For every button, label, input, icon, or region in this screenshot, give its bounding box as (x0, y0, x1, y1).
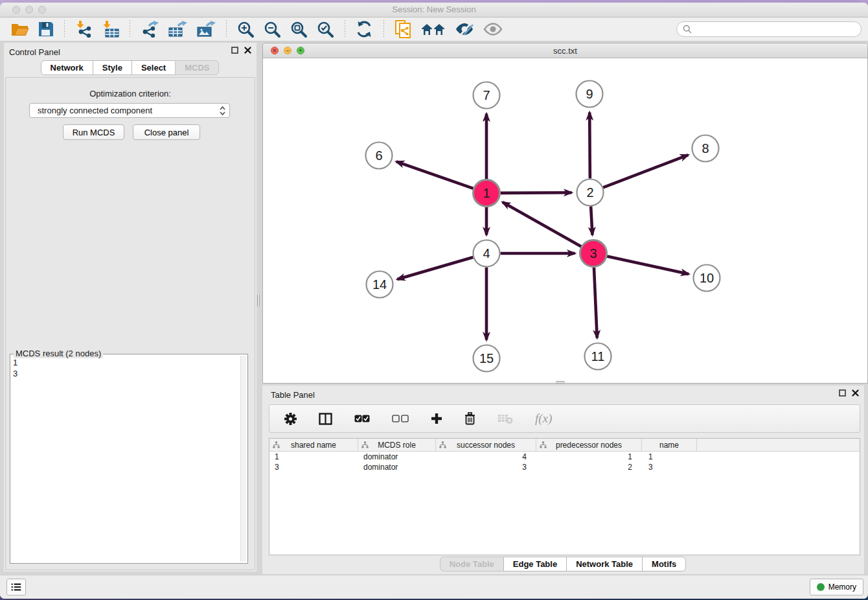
toggle-visibility-button[interactable] (481, 21, 505, 37)
node-table: shared nameMCDS rolesuccessor nodesprede… (269, 438, 860, 555)
table-cell[interactable]: 1 (536, 452, 642, 461)
select-all-icon (354, 415, 370, 422)
import-table-button[interactable] (100, 19, 121, 39)
delete-table-button[interactable] (496, 412, 515, 426)
zoom-in-icon (237, 21, 255, 38)
graph-edge-2-8[interactable] (603, 155, 688, 187)
export-image-button[interactable] (194, 19, 218, 39)
result-scrollbar[interactable] (240, 356, 246, 562)
column-header-successor-nodes[interactable]: successor nodes (436, 439, 536, 451)
tab-edge-table[interactable]: Edge Table (503, 557, 567, 571)
import-network-button[interactable] (73, 19, 95, 39)
column-header-name[interactable]: name (642, 439, 697, 451)
graph-edge-1-6[interactable] (396, 161, 474, 189)
table-cell[interactable]: 1 (269, 452, 358, 461)
table-row[interactable]: 1dominator411 (269, 452, 860, 462)
table-row[interactable]: 3dominator323 (269, 462, 860, 472)
graph-node-label: 8 (702, 141, 709, 156)
delete-column-button[interactable] (463, 411, 477, 426)
table-cell[interactable]: 2 (536, 463, 642, 472)
tree-column-icon (439, 441, 446, 448)
float-panel-icon[interactable] (231, 47, 238, 54)
network-window-titlebar[interactable]: × – + scc.txt (263, 43, 867, 58)
network-splitter-handle[interactable] (556, 381, 565, 384)
open-file-button[interactable] (9, 21, 31, 38)
criterion-select[interactable]: strongly connected component (29, 103, 230, 118)
trash-icon (464, 412, 475, 425)
table-panel-title: Table Panel (271, 390, 315, 400)
float-panel-icon[interactable] (839, 389, 846, 397)
memory-button[interactable]: Memory (810, 579, 863, 595)
zoom-fit-button[interactable] (288, 19, 310, 40)
table-cell[interactable]: 4 (436, 452, 536, 461)
table-header: shared nameMCDS rolesuccessor nodesprede… (269, 439, 860, 452)
tab-select[interactable]: Select (131, 60, 176, 75)
column-header-MCDS-role[interactable]: MCDS role (358, 439, 436, 451)
save-session-button[interactable] (36, 20, 56, 38)
add-column-button[interactable] (429, 411, 444, 426)
tab-network[interactable]: Network (41, 60, 93, 75)
content-area: Control Panel NetworkStyleSelectMCDS Opt… (0, 41, 868, 575)
mcds-result-line: 1 (13, 357, 240, 368)
table-settings-button[interactable] (282, 411, 299, 426)
select-all-button[interactable] (352, 413, 372, 424)
network-graph: 7968124314101511 (263, 58, 867, 383)
control-panel-tabs: NetworkStyleSelectMCDS (4, 60, 257, 75)
function-builder-button[interactable]: f(x) (533, 410, 554, 427)
column-header-predecessor-nodes[interactable]: predecessor nodes (536, 439, 642, 451)
graph-edge-2-9[interactable] (589, 112, 590, 178)
close-panel-icon[interactable] (852, 389, 859, 397)
tree-column-icon (361, 441, 369, 448)
column-header-shared-name[interactable]: shared name (269, 439, 358, 451)
export-table-button[interactable] (166, 19, 189, 39)
graph-edge-3-11[interactable] (594, 267, 597, 338)
window-title: Session: New Session (0, 5, 868, 14)
export-network-button[interactable] (139, 19, 161, 39)
panel-splitter-handle[interactable] (257, 295, 260, 306)
close-panel-icon[interactable] (244, 47, 251, 54)
show-columns-button[interactable] (317, 411, 334, 426)
graph-edge-4-14[interactable] (397, 257, 473, 279)
tab-style[interactable]: Style (93, 60, 132, 75)
zoom-in-button[interactable] (235, 19, 257, 40)
table-cell[interactable]: dominator (358, 463, 436, 472)
toggle-style-button[interactable] (453, 21, 476, 38)
graph-edge-1-2[interactable] (500, 192, 571, 193)
clone-network-button[interactable] (393, 19, 414, 40)
task-history-button[interactable] (6, 579, 26, 595)
mcds-result-line: 3 (13, 368, 240, 379)
network-canvas[interactable]: 7968124314101511 (263, 58, 867, 383)
zoom-selected-icon (317, 21, 334, 38)
table-cell[interactable]: 3 (642, 463, 697, 472)
control-panel: Control Panel NetworkStyleSelectMCDS Opt… (4, 43, 257, 571)
tab-node-table[interactable]: Node Table (440, 557, 504, 571)
zoom-fit-icon (290, 21, 308, 38)
first-neighbors-button[interactable] (419, 21, 448, 38)
mcds-result-list: 13 (13, 357, 240, 562)
main-toolbar (0, 17, 868, 41)
table-cell[interactable]: 1 (642, 452, 697, 461)
graph-node-label: 6 (375, 148, 382, 163)
save-icon (38, 21, 54, 37)
import-table-icon (102, 21, 119, 38)
refresh-button[interactable] (354, 19, 375, 39)
deselect-all-button[interactable] (390, 413, 411, 424)
zoom-selected-button[interactable] (315, 19, 336, 40)
close-panel-button[interactable]: Close panel (133, 124, 200, 140)
graph-edge-3-10[interactable] (607, 257, 689, 274)
tab-network-table[interactable]: Network Table (566, 557, 643, 571)
graph-edge-3-1[interactable] (503, 202, 581, 246)
search-box (676, 21, 862, 37)
tab-motifs[interactable]: Motifs (642, 557, 686, 571)
search-input[interactable] (695, 24, 855, 35)
export-table-icon (168, 21, 187, 38)
run-mcds-button[interactable]: Run MCDS (63, 124, 124, 140)
status-bar: Memory (0, 575, 868, 599)
table-body: 1dominator4113dominator323 (269, 452, 860, 472)
graph-edge-2-3[interactable] (591, 206, 592, 235)
tab-mcds[interactable]: MCDS (175, 60, 219, 75)
table-cell[interactable]: 3 (436, 463, 536, 472)
table-cell[interactable]: 3 (269, 463, 358, 472)
zoom-out-button[interactable] (262, 19, 283, 40)
table-cell[interactable]: dominator (358, 452, 436, 461)
